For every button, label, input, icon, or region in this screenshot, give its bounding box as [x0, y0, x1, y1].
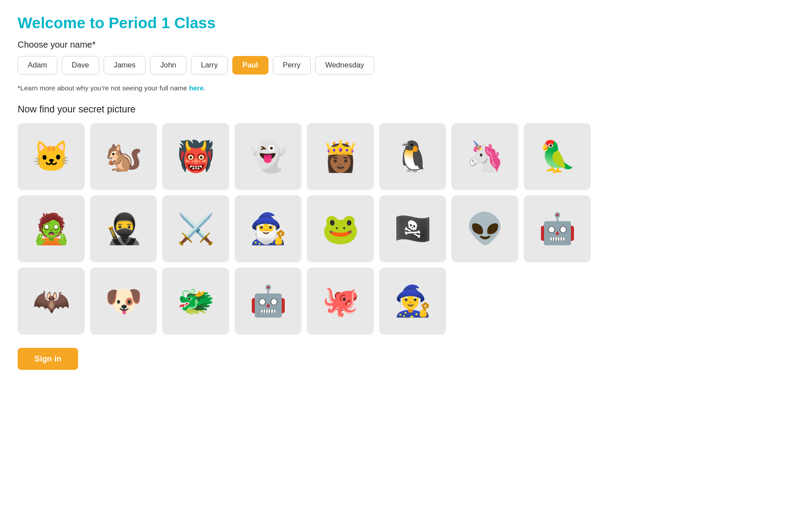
name-button-perry[interactable]: Perry — [273, 56, 311, 75]
avatar-robot-green[interactable]: 🤖 — [524, 195, 591, 262]
name-button-dave[interactable]: Dave — [62, 56, 99, 75]
avatar-witch[interactable]: 🧙‍♀️ — [379, 268, 446, 335]
name-button-wednesday[interactable]: Wednesday — [315, 56, 374, 75]
avatar-knight[interactable]: ⚔️ — [162, 195, 229, 262]
avatar-dog[interactable]: 🐶 — [90, 268, 157, 335]
avatar-princess[interactable]: 👸🏾 — [307, 123, 374, 190]
avatar-wizard[interactable]: 🧙‍♂️ — [235, 195, 302, 262]
avatar-dragon[interactable]: 🐸 — [307, 195, 374, 262]
name-button-john[interactable]: John — [150, 56, 186, 75]
name-button-james[interactable]: James — [104, 56, 145, 75]
avatar-octopus[interactable]: 🐙 — [307, 268, 374, 335]
avatar-monster[interactable]: 👹 — [162, 123, 229, 190]
choose-name-label: Choose your name* — [18, 40, 794, 50]
avatar-penguin[interactable]: 🐧 — [379, 123, 446, 190]
name-button-adam[interactable]: Adam — [18, 56, 57, 75]
sign-in-button[interactable]: Sign in — [18, 348, 78, 370]
avatar-squirrel[interactable]: 🐿️ — [90, 123, 157, 190]
privacy-text-before: *Learn more about why you’re not seeing … — [18, 84, 189, 92]
avatar-cat[interactable]: 🐱 — [18, 123, 85, 190]
avatar-ninja[interactable]: 🥷 — [90, 195, 157, 262]
page-title: Welcome to Period 1 Class — [18, 14, 794, 32]
name-button-paul[interactable]: Paul — [232, 56, 268, 75]
avatar-unicorn[interactable]: 🦄 — [451, 123, 518, 190]
avatar-pirate[interactable]: 🏴‍☠️ — [379, 195, 446, 262]
avatar-robot-gray[interactable]: 🤖 — [235, 268, 302, 335]
avatar-ghost[interactable]: 👻 — [235, 123, 302, 190]
avatar-alien[interactable]: 👽 — [451, 195, 518, 262]
avatar-purple-dragon[interactable]: 🐲 — [162, 268, 229, 335]
secret-picture-label: Now find your secret picture — [18, 104, 794, 115]
avatar-zombie[interactable]: 🧟 — [18, 195, 85, 262]
privacy-text-after: . — [204, 84, 205, 92]
avatar-bat[interactable]: 🦇 — [18, 268, 85, 335]
privacy-link[interactable]: here — [189, 84, 204, 92]
name-button-larry[interactable]: Larry — [191, 56, 228, 75]
privacy-note: *Learn more about why you’re not seeing … — [18, 84, 794, 92]
avatar-bird[interactable]: 🦜 — [524, 123, 591, 190]
name-buttons-container: AdamDaveJamesJohnLarryPaulPerryWednesday — [18, 56, 794, 75]
avatar-grid: 🐱🐿️👹👻👸🏾🐧🦄🦜🧟🥷⚔️🧙‍♂️🐸🏴‍☠️👽🤖🦇🐶🐲🤖🐙🧙‍♀️ — [18, 123, 794, 335]
